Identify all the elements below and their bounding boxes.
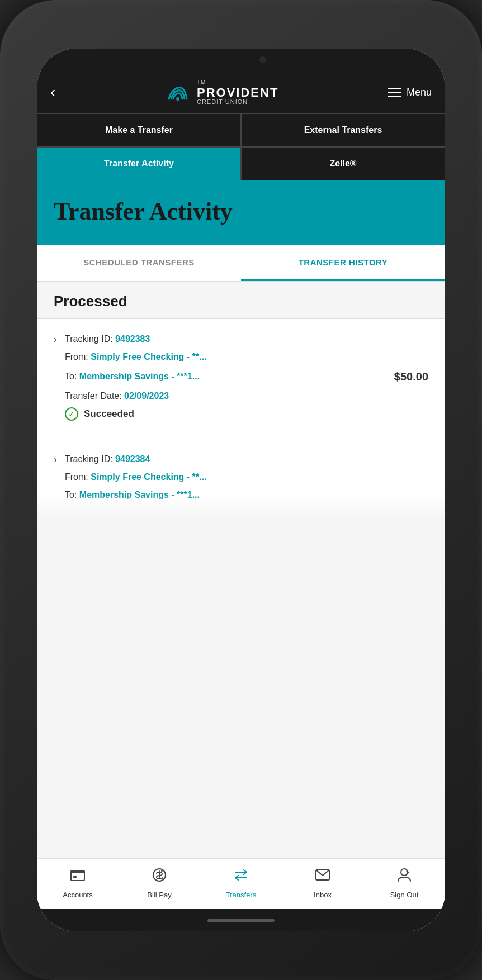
transfer-item-2: › Tracking ID: 9492384 From: Simply Free… <box>37 439 445 516</box>
logo-area: TM PROVIDENT CREDIT UNION <box>164 79 278 106</box>
logo-subtitle: CREDIT UNION <box>197 99 278 105</box>
transfers-icon <box>233 867 249 887</box>
transfer-details-1: Tracking ID: 9492383 From: Simply Free C… <box>65 332 428 421</box>
status-row-1: ✓ Succeeded <box>65 407 428 421</box>
svg-point-7 <box>401 869 408 876</box>
tab-external-transfers[interactable]: External Transfers <box>241 113 445 147</box>
tab-make-transfer[interactable]: Make a Transfer <box>37 113 241 147</box>
tab-transfer-activity[interactable]: Transfer Activity <box>37 147 241 180</box>
header: ‹ TM PROVIDENT CREDIT UNION <box>37 71 445 113</box>
to-account-1[interactable]: Membership Savings - ***1... <box>79 372 200 381</box>
camera-notch <box>207 55 275 65</box>
tab-transfer-history[interactable]: TRANSFER HISTORY <box>241 245 445 281</box>
nav-bill-pay[interactable]: Bill Pay <box>131 867 187 899</box>
fade-overlay <box>37 494 445 516</box>
logo-name: PROVIDENT <box>197 87 278 99</box>
inbox-icon <box>314 867 331 887</box>
section-header: Processed <box>37 282 445 319</box>
logo-trademark: TM <box>197 80 278 85</box>
tracking-id-line-1: Tracking ID: 9492383 <box>65 332 428 346</box>
page-title: Transfer Activity <box>54 197 428 226</box>
back-button[interactable]: ‹ <box>50 83 55 101</box>
chevron-right-icon-2[interactable]: › <box>54 454 57 465</box>
sign-out-icon <box>396 867 413 887</box>
transfer-item-1: › Tracking ID: 9492383 From: Simply Free… <box>37 319 445 439</box>
home-bar <box>207 919 275 922</box>
tab-row-2: Transfer Activity Zelle® <box>37 147 445 180</box>
tracking-id-1[interactable]: 9492383 <box>115 334 150 344</box>
logo-icon <box>164 79 191 106</box>
from-line-2: From: Simply Free Checking - **... <box>65 470 428 484</box>
from-line-1: From: Simply Free Checking - **... <box>65 350 428 364</box>
tracking-id-line-2: Tracking ID: 9492384 <box>65 453 428 466</box>
accounts-label: Accounts <box>63 891 92 899</box>
transfer-row-1: › Tracking ID: 9492383 From: Simply Free… <box>54 332 428 421</box>
svg-rect-3 <box>71 870 84 873</box>
from-account-1[interactable]: Simply Free Checking - **... <box>91 352 206 361</box>
section-title: Processed <box>54 293 127 310</box>
accounts-icon <box>69 867 86 887</box>
hamburger-icon <box>388 88 401 97</box>
amount-1: $50.00 <box>394 368 428 385</box>
sign-out-label: Sign Out <box>390 891 419 899</box>
from-account-2[interactable]: Simply Free Checking - **... <box>91 472 206 482</box>
page-content: Transfer Activity SCHEDULED TRANSFERS TR… <box>37 180 445 858</box>
svg-point-1 <box>176 97 179 101</box>
phone-device: ‹ TM PROVIDENT CREDIT UNION <box>0 0 482 980</box>
logo-text: TM PROVIDENT CREDIT UNION <box>197 80 278 105</box>
inbox-label: Inbox <box>314 891 332 899</box>
phone-screen: ‹ TM PROVIDENT CREDIT UNION <box>37 49 445 931</box>
svg-rect-4 <box>73 876 77 878</box>
page-title-banner: Transfer Activity <box>37 180 445 245</box>
menu-button[interactable]: Menu <box>388 87 432 98</box>
transfer-date-1: 02/09/2023 <box>124 391 169 401</box>
bill-pay-icon <box>151 867 168 887</box>
chevron-right-icon-1[interactable]: › <box>54 334 57 345</box>
svg-rect-0 <box>164 79 191 106</box>
bill-pay-label: Bill Pay <box>147 891 171 899</box>
sub-tabs: SCHEDULED TRANSFERS TRANSFER HISTORY <box>37 245 445 282</box>
transfers-label: Transfers <box>226 891 256 899</box>
nav-accounts[interactable]: Accounts <box>50 867 106 899</box>
bottom-nav: Accounts Bill Pay <box>37 858 445 909</box>
home-indicator <box>37 909 445 931</box>
tab-zelle[interactable]: Zelle® <box>241 147 445 180</box>
tracking-id-2[interactable]: 9492384 <box>115 454 150 464</box>
tab-scheduled-transfers[interactable]: SCHEDULED TRANSFERS <box>37 245 241 281</box>
status-text-1: Succeeded <box>84 408 134 420</box>
nav-transfers[interactable]: Transfers <box>213 867 269 899</box>
menu-label: Menu <box>407 87 432 98</box>
to-line-1: To: Membership Savings - ***1... $50.00 <box>65 368 428 385</box>
status-bar <box>37 49 445 71</box>
tab-row-1: Make a Transfer External Transfers <box>37 113 445 147</box>
nav-sign-out[interactable]: Sign Out <box>376 867 432 899</box>
date-line-1: Transfer Date: 02/09/2023 <box>65 389 428 403</box>
success-icon-1: ✓ <box>65 407 78 421</box>
nav-inbox[interactable]: Inbox <box>295 867 351 899</box>
